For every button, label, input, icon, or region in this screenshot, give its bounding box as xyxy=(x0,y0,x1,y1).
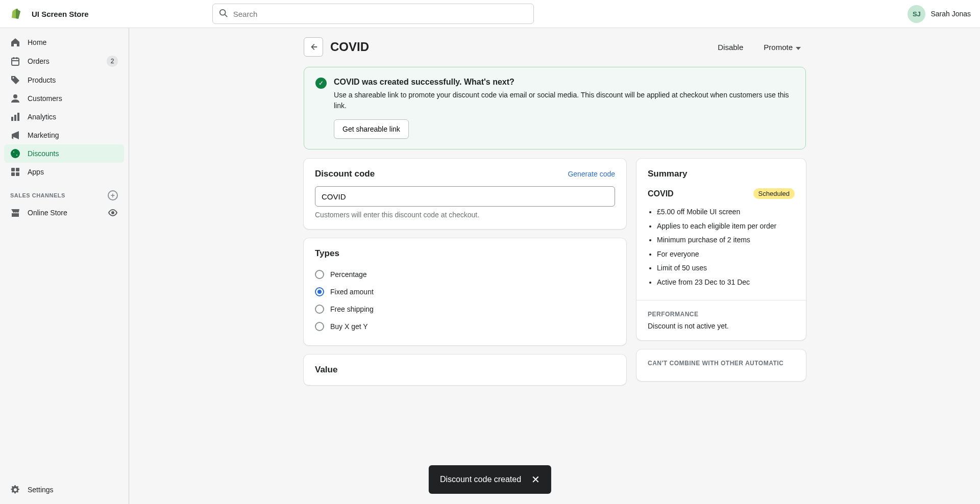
card-title: Discount code xyxy=(315,169,375,179)
radio-label: Buy X get Y xyxy=(330,322,368,331)
banner-body: Use a shareable link to promote your dis… xyxy=(334,90,794,111)
svg-rect-11 xyxy=(16,172,19,176)
type-option-buy-x-get-y[interactable]: Buy X get Y xyxy=(315,318,615,335)
page-title: COVID xyxy=(330,40,369,54)
sidebar-item-label: Discounts xyxy=(28,149,118,158)
search-icon xyxy=(219,9,228,19)
sidebar-item-label: Analytics xyxy=(28,113,118,121)
svg-point-7 xyxy=(11,149,20,158)
sales-channels-heading: SALES CHANNELS + xyxy=(4,181,124,204)
disable-button[interactable]: Disable xyxy=(713,39,748,56)
card-title: Summary xyxy=(648,169,795,179)
sidebar-item-label: Online Store xyxy=(28,209,101,217)
search-input[interactable] xyxy=(233,10,527,18)
svg-point-0 xyxy=(220,9,226,15)
sidebar-item-discounts[interactable]: Discounts xyxy=(4,144,124,163)
avatar: SJ xyxy=(908,5,925,23)
svg-rect-4 xyxy=(11,117,13,121)
svg-point-3 xyxy=(13,94,17,98)
sidebar-item-home[interactable]: Home xyxy=(4,33,124,52)
performance-text: Discount is not active yet. xyxy=(648,322,795,330)
sidebar-item-settings[interactable]: Settings xyxy=(4,481,124,499)
svg-line-1 xyxy=(225,14,227,17)
sidebar-item-customers[interactable]: Customers xyxy=(4,89,124,108)
radio-label: Fixed amount xyxy=(330,288,374,296)
view-icon[interactable] xyxy=(108,208,118,218)
search-wrap xyxy=(212,4,534,24)
type-option-free-shipping[interactable]: Free shipping xyxy=(315,300,615,318)
discount-code-input[interactable] xyxy=(315,186,615,207)
types-card: Types Percentage Fixed amount xyxy=(304,238,626,345)
banner-title: COVID was created successfully. What's n… xyxy=(334,78,794,87)
search-box[interactable] xyxy=(212,4,534,24)
summary-item: Applies to each eligible item per order xyxy=(657,219,795,234)
summary-name: COVID xyxy=(648,189,674,198)
sidebar-item-label: Home xyxy=(28,38,118,46)
toast-message: Discount code created xyxy=(440,475,521,484)
sidebar-item-label: Apps xyxy=(28,168,118,176)
user-area[interactable]: SJ Sarah Jonas xyxy=(908,5,971,23)
sidebar-item-label: Settings xyxy=(28,486,118,494)
summary-item: Active from 23 Dec to 31 Dec xyxy=(657,275,795,290)
check-circle-icon: ✓ xyxy=(315,78,327,89)
summary-card: Summary COVID Scheduled £5.00 off Mobile… xyxy=(636,159,806,340)
discount-code-card: Discount code Generate code Customers wi… xyxy=(304,159,626,229)
svg-rect-10 xyxy=(11,172,15,176)
svg-rect-9 xyxy=(16,168,19,171)
sidebar-item-apps[interactable]: Apps xyxy=(4,163,124,181)
sidebar-item-label: Products xyxy=(28,76,118,84)
svg-rect-6 xyxy=(17,113,19,121)
store-icon xyxy=(10,208,20,218)
svg-point-12 xyxy=(112,212,114,214)
summary-item: Limit of 50 uses xyxy=(657,261,795,275)
combine-label: CAN'T COMBINE WITH OTHER AUTOMATIC xyxy=(648,360,795,367)
type-option-percentage[interactable]: Percentage xyxy=(315,266,615,283)
help-text: Customers will enter this discount code … xyxy=(315,211,615,219)
summary-item: £5.00 off Mobile UI screen xyxy=(657,205,795,219)
radio-icon xyxy=(315,322,324,331)
type-option-fixed-amount[interactable]: Fixed amount xyxy=(315,283,615,300)
main-content: COVID Disable Promote ✓ COVID was create… xyxy=(130,28,980,504)
marketing-icon xyxy=(10,130,20,140)
close-icon[interactable]: ✕ xyxy=(531,474,540,485)
analytics-icon xyxy=(10,112,20,122)
success-banner: ✓ COVID was created successfully. What's… xyxy=(304,67,806,149)
sidebar-item-orders[interactable]: Orders 2 xyxy=(4,52,124,71)
svg-rect-2 xyxy=(12,58,19,65)
card-title: Value xyxy=(315,365,615,375)
gear-icon xyxy=(10,485,20,495)
radio-icon xyxy=(315,270,324,279)
promote-button[interactable]: Promote xyxy=(758,39,806,56)
logo-icon xyxy=(9,8,21,20)
add-channel-button[interactable]: + xyxy=(108,190,118,200)
orders-badge: 2 xyxy=(107,56,118,67)
sidebar-item-label: Marketing xyxy=(28,131,118,139)
store-name: UI Screen Store xyxy=(32,10,89,18)
sidebar-item-marketing[interactable]: Marketing xyxy=(4,126,124,144)
summary-list: £5.00 off Mobile UI screen Applies to ea… xyxy=(648,205,795,290)
summary-item: For everyone xyxy=(657,247,795,262)
page-header: COVID Disable Promote xyxy=(304,37,806,57)
discounts-icon xyxy=(10,148,20,159)
radio-label: Percentage xyxy=(330,270,367,279)
topbar: UI Screen Store SJ Sarah Jonas xyxy=(0,0,980,28)
performance-label: PERFORMANCE xyxy=(648,311,795,318)
summary-item: Minimum purchase of 2 items xyxy=(657,233,795,247)
radio-label: Free shipping xyxy=(330,305,374,313)
home-icon xyxy=(10,37,20,47)
user-name: Sarah Jonas xyxy=(930,10,971,18)
combine-card: CAN'T COMBINE WITH OTHER AUTOMATIC xyxy=(636,349,806,381)
status-badge: Scheduled xyxy=(753,188,795,199)
sidebar: Home Orders 2 Products Customers Analyti… xyxy=(0,28,130,504)
value-card: Value xyxy=(304,355,626,385)
customers-icon xyxy=(10,93,20,104)
sidebar-item-analytics[interactable]: Analytics xyxy=(4,108,124,126)
sidebar-item-online-store[interactable]: Online Store xyxy=(4,204,124,222)
radio-icon xyxy=(315,305,324,314)
svg-rect-5 xyxy=(14,115,16,121)
sidebar-item-label: Customers xyxy=(28,94,118,103)
get-link-button[interactable]: Get shareable link xyxy=(334,119,409,139)
generate-code-button[interactable]: Generate code xyxy=(568,170,615,178)
sidebar-item-products[interactable]: Products xyxy=(4,71,124,89)
back-button[interactable] xyxy=(304,37,323,57)
